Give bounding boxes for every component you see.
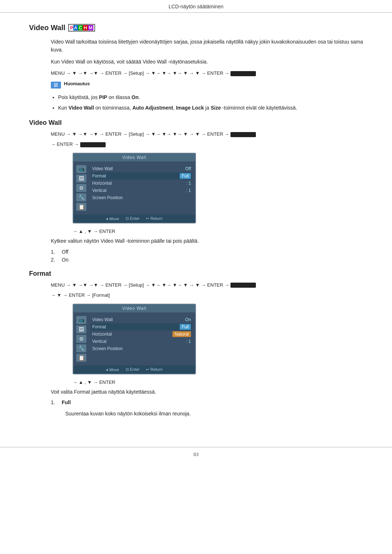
format-section-title: Format [29, 270, 363, 278]
osd-row-vertical-1: Vertical : 1 [91, 187, 192, 194]
brand-p: P [70, 25, 73, 30]
osd-row-vertical-2: Vertical : 1 [91, 338, 192, 345]
osd-footer-return-2: ↩ Return [146, 367, 162, 372]
osd-screen-1: Video Wall 📺 🖼 ⚙ 🔧 📋 Video Wall [73, 153, 196, 223]
redacted-3 [80, 142, 106, 147]
bullet-2: Kun Video Wall on toiminnassa, Auto Adju… [58, 104, 363, 112]
osd-footer-enter-2: ⊡ Enter [126, 367, 139, 372]
brand-h: H [83, 25, 87, 30]
osd-icon-tv-2: 📺 [76, 316, 86, 324]
osd-icon-frame: 🖼 [76, 175, 86, 182]
osd-title-2: Video Wall [73, 304, 195, 312]
osd-icon-tv: 📺 [76, 165, 86, 173]
videowall-section-title: Video Wall [29, 119, 363, 127]
main-menu-path: MENU → ▼ →▼ →▼ → ENTER → [Setup] → ▼→ ▼→… [51, 69, 363, 77]
osd-body-2: 📺 🖼 ⚙ 🔧 📋 Video Wall On [73, 312, 195, 365]
vw-step-1: 1.Off [51, 249, 363, 255]
videowall-main-title: Video Wall PACHM [29, 24, 363, 32]
osd-row-screenpos-2: Screen Position [91, 345, 192, 352]
fmt-menu-path-2: → ▼ → ENTER → [Format] [51, 291, 363, 299]
note-bullets: Pois käytöstä, jos PIP on tilassa On. Ku… [51, 94, 363, 112]
osd-footer-2: ♦ Move ⊡ Enter ↩ Return [73, 365, 195, 374]
osd-icon-list-2: 📺 🖼 ⚙ 🔧 📋 [73, 315, 89, 363]
osd-row-format-1: Format Full [91, 172, 192, 180]
videowall-title-text: Video Wall [29, 24, 65, 32]
osd-row-screenpos-1: Screen Position [91, 194, 192, 201]
osd-footer-move-1: ♦ Move [106, 216, 119, 221]
page-title: LCD-näytön säätäminen [169, 4, 224, 9]
videowall-section-body: MENU → ▼ →▼ →▼ → ENTER → [Setup] → ▼→ ▼→… [29, 130, 363, 263]
vw-menu-path-2: → ENTER → [51, 140, 363, 148]
page-header: LCD-näytön säätäminen [0, 0, 392, 13]
brand-a: A [73, 25, 78, 30]
osd-screen-1-wrapper: Video Wall 📺 🖼 ⚙ 🔧 📋 Video Wall [73, 153, 363, 223]
osd-icon-list: 📋 [76, 203, 86, 211]
fmt-menu-path-1: MENU → ▼ →▼ →▼ → ENTER → [Setup] → ▼→ ▼→… [51, 281, 363, 289]
osd-footer-1: ♦ Move ⊡ Enter ↩ Return [73, 214, 195, 223]
osd-icon-list-2: 📋 [76, 354, 86, 362]
osd-icon-list-1: 📺 🖼 ⚙ 🔧 📋 [73, 164, 89, 212]
vw-desc: Kytkee valitun näytön Video Wall -toimin… [51, 237, 363, 245]
osd-footer-move-2: ♦ Move [106, 367, 119, 372]
note-box: 註 Huomautus [51, 81, 363, 89]
osd-title-1: Video Wall [73, 153, 195, 161]
vw-step-list: 1.Off 2.On [51, 249, 363, 263]
osd-row-videowall-2: Video Wall On [91, 316, 192, 323]
format-value-highlight: Full [180, 173, 191, 179]
redacted-4 [230, 283, 256, 288]
osd-row-horizontal-2: Horizontal Natural [91, 331, 192, 338]
brand-badge: PACHM [68, 24, 95, 32]
osd-row-videowall-1: Video Wall Off [91, 165, 192, 172]
videowall-intro: Video Wall tarkoittaa toisiinsa liitetty… [29, 38, 363, 112]
osd-icon-gear-2: ⚙ [76, 335, 86, 343]
osd-icon-gear: ⚙ [76, 184, 86, 192]
horizontal-value-highlight: Natural [172, 331, 191, 337]
osd-menu-list-2: Video Wall On Format Full Horizontal Nat… [89, 315, 195, 363]
fmt-step-1: 1.Full [51, 399, 363, 405]
osd-icon-tool-2: 🔧 [76, 344, 86, 352]
redacted-1 [230, 71, 256, 76]
note-label: Huomautus [64, 81, 90, 86]
osd-screen-2: Video Wall 📺 🖼 ⚙ 🔧 📋 Video Wall [73, 304, 196, 374]
full-desc: Suurentaa kuvan koko näytön kokoiseksi i… [65, 410, 363, 418]
vw-menu-path-1: MENU → ▼ →▼ →▼ → ENTER → [Setup] → ▼→ ▼→… [51, 130, 363, 138]
osd-footer-return-1: ↩ Return [146, 216, 162, 221]
format-value-highlight-2: Full [180, 324, 191, 330]
brand-m: M [88, 25, 93, 30]
fmt-step-list: 1.Full [51, 399, 363, 405]
osd-icon-tool: 🔧 [76, 193, 86, 201]
vw-step-2: 2.On [51, 257, 363, 263]
osd-row-format-2: Format Full [91, 323, 192, 331]
format-section-body: MENU → ▼ →▼ →▼ → ENTER → [Setup] → ▼→ ▼→… [29, 281, 363, 418]
intro-para-1: Video Wall tarkoittaa toisiinsa liitetty… [51, 38, 363, 54]
note-icon: 註 [51, 82, 61, 89]
osd-menu-list-1: Video Wall Off Format Full Horizontal : … [89, 164, 195, 212]
fmt-arrow-line: → ▲ , ▼ → ENTER [73, 379, 363, 385]
page: LCD-näytön säätäminen Video Wall PACHM V… [0, 0, 392, 554]
brand-c: C [78, 25, 83, 30]
fmt-desc: Voit valita Format jaettua näyttöä käyte… [51, 388, 363, 396]
osd-footer-enter-1: ⊡ Enter [126, 216, 139, 221]
bullet-1: Pois käytöstä, jos PIP on tilassa On. [58, 94, 363, 101]
intro-para-2: Kun Video Wall on käytössä, voit säätää … [51, 58, 363, 66]
page-footer: 83 [0, 447, 392, 460]
vw-arrow-line: → ▲ , ▼ → ENTER [73, 229, 363, 234]
osd-body-1: 📺 🖼 ⚙ 🔧 📋 Video Wall Off [73, 161, 195, 214]
page-number: 83 [193, 452, 199, 457]
redacted-2 [230, 132, 256, 137]
osd-icon-frame-2: 🖼 [76, 325, 86, 333]
content-area: Video Wall PACHM Video Wall tarkoittaa t… [0, 13, 392, 440]
osd-screen-2-wrapper: Video Wall 📺 🖼 ⚙ 🔧 📋 Video Wall [73, 304, 363, 374]
osd-row-horizontal-1: Horizontal : 1 [91, 180, 192, 187]
